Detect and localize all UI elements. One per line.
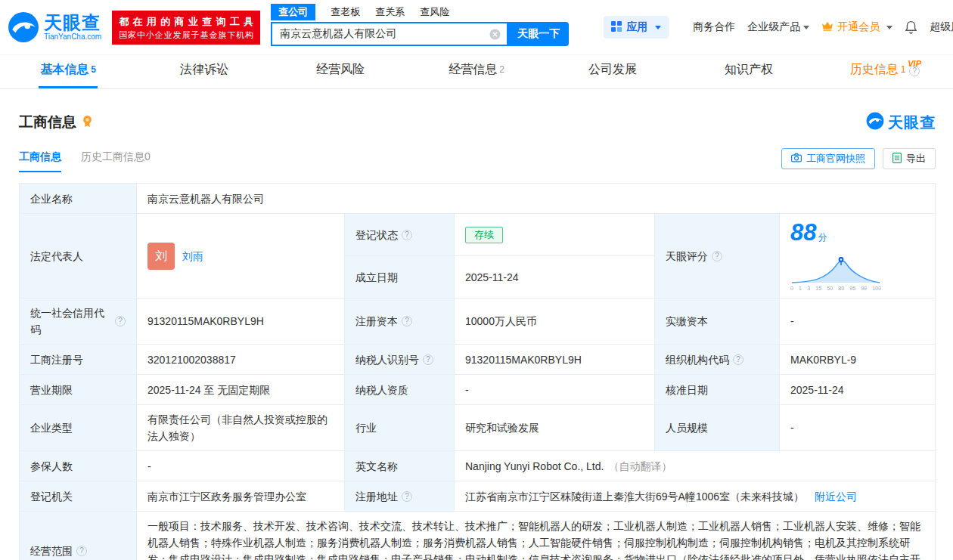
search-tab-risk[interactable]: 查风险 bbox=[420, 5, 449, 19]
promo-line-2: 国家中小企业发展子基金旗下机构 bbox=[119, 29, 253, 41]
reg-capital-value: 10000万人民币 bbox=[455, 299, 655, 345]
search-tab-company[interactable]: 查公司 bbox=[271, 4, 315, 20]
tab-intellectual-property[interactable]: 知识产权 bbox=[681, 55, 817, 88]
tianyancha-watermark: 天眼查 bbox=[866, 112, 936, 133]
nav-enterprise-products-label: 企业级产品 bbox=[747, 20, 800, 34]
company-type-label: 企业类型 bbox=[20, 405, 137, 451]
nav-open-vip[interactable]: 开通会员 bbox=[821, 20, 892, 34]
english-name-label: 英文名称 bbox=[345, 451, 455, 481]
search-tabs: 查公司 查老板 查关系 查风险 bbox=[271, 4, 576, 20]
chevron-down-icon bbox=[655, 26, 661, 29]
establish-date-label: 成立日期 bbox=[345, 256, 455, 299]
tab-basic-info[interactable]: 基本信息5 bbox=[0, 55, 136, 88]
export-button[interactable]: 导出 bbox=[883, 148, 936, 169]
help-icon[interactable] bbox=[402, 316, 412, 326]
search-tab-boss[interactable]: 查老板 bbox=[331, 5, 360, 19]
company-name-label: 企业名称 bbox=[20, 184, 137, 214]
reg-number-label: 工商注册号 bbox=[20, 345, 137, 375]
industry-value: 研究和试验发展 bbox=[455, 405, 655, 451]
header-nav: 应用 商务合作 企业级产品 开通会员 超级风控 bbox=[587, 16, 953, 39]
credit-code-value: 91320115MAK0RBYL9H bbox=[137, 299, 345, 345]
insured-count-value: - bbox=[137, 451, 345, 481]
nav-business-cooperation[interactable]: 商务合作 bbox=[693, 20, 735, 34]
apps-menu-label: 应用 bbox=[626, 20, 647, 34]
help-icon[interactable] bbox=[402, 491, 412, 502]
taxpayer-id-value: 91320115MAK0RBYL9H bbox=[455, 345, 655, 375]
business-term-value: 2025-11-24 至 无固定期限 bbox=[137, 375, 345, 405]
business-scope-value: 一般项目：技术服务、技术开发、技术咨询、技术交流、技术转让、技术推广；智能机器人… bbox=[137, 512, 936, 560]
credit-code-label: 统一社会信用代码 bbox=[20, 299, 137, 345]
status-badge: 存续 bbox=[465, 227, 503, 243]
search-input[interactable] bbox=[272, 28, 489, 40]
brand-domain: TianYanCha.com bbox=[44, 32, 101, 42]
paid-capital-value: - bbox=[780, 299, 936, 345]
help-icon[interactable] bbox=[402, 230, 412, 240]
search-tab-relation[interactable]: 查关系 bbox=[375, 5, 405, 19]
tianyancha-logo[interactable]: 天眼查 TianYanCha.com bbox=[8, 11, 101, 43]
tab-label: 经营信息 bbox=[449, 62, 497, 78]
chevron-down-icon bbox=[886, 26, 892, 29]
promo-line-1: 都在用的商业查询工具 bbox=[119, 14, 253, 29]
top-header: 天眼查 TianYanCha.com 都在用的商业查询工具 国家中小企业发展子基… bbox=[0, 0, 953, 54]
promo-badge: 都在用的商业查询工具 国家中小企业发展子基金旗下机构 bbox=[112, 11, 260, 45]
tab-count: 2 bbox=[499, 64, 504, 75]
brand-name: 天眼查 bbox=[44, 13, 101, 32]
help-icon[interactable] bbox=[712, 251, 722, 261]
legal-rep-label: 法定代表人 bbox=[20, 214, 137, 299]
subtab-business-info[interactable]: 工商信息 bbox=[19, 150, 61, 172]
watermark-text: 天眼查 bbox=[888, 113, 936, 133]
approval-date-label: 核准日期 bbox=[655, 375, 780, 405]
taxpayer-quality-label: 纳税人资质 bbox=[345, 375, 455, 405]
camera-icon bbox=[791, 153, 802, 165]
legal-rep-value: 刘 刘雨 bbox=[137, 214, 345, 299]
logo-text: 天眼查 TianYanCha.com bbox=[44, 13, 101, 42]
nav-open-vip-label: 开通会员 bbox=[837, 20, 880, 34]
notification-bell-icon[interactable] bbox=[905, 20, 917, 35]
tab-operational-risk[interactable]: 经营风险 bbox=[272, 55, 408, 88]
section-title: 工商信息 bbox=[19, 113, 76, 132]
tab-company-development[interactable]: 公司发展 bbox=[545, 55, 681, 88]
tab-label: 经营风险 bbox=[316, 62, 365, 78]
main-tab-bar: 基本信息5 法律诉讼 经营风险 经营信息2 公司发展 知识产权 VIP 历史信息… bbox=[0, 54, 953, 89]
business-term-label: 营业期限 bbox=[20, 375, 137, 405]
tyc-score-label: 天眼评分 bbox=[655, 214, 780, 299]
vip-badge: VIP bbox=[908, 59, 921, 68]
reg-status-label: 登记状态 bbox=[345, 214, 455, 256]
tab-legal-proceedings[interactable]: 法律诉讼 bbox=[136, 55, 272, 88]
help-icon[interactable] bbox=[115, 316, 126, 326]
watermark-logo-icon bbox=[866, 112, 884, 133]
subtab-history-count: 0 bbox=[144, 150, 151, 162]
legal-rep-avatar[interactable]: 刘 bbox=[147, 243, 175, 270]
company-type-value: 有限责任公司（非自然人投资或控股的法人独资） bbox=[137, 405, 345, 451]
export-button-label: 导出 bbox=[906, 152, 926, 166]
apps-grid-icon bbox=[611, 21, 622, 34]
snapshot-button-label: 工商官网快照 bbox=[806, 152, 865, 166]
org-code-value: MAK0RBYL-9 bbox=[780, 345, 936, 375]
search-button[interactable]: 天眼一下 bbox=[508, 22, 569, 46]
tab-history-info[interactable]: VIP 历史信息1 bbox=[817, 55, 953, 88]
business-scope-label: 经营范围 bbox=[20, 512, 137, 560]
org-code-label: 组织机构代码 bbox=[655, 345, 780, 375]
reg-number-value: 320121002038817 bbox=[137, 345, 345, 375]
reg-status-value: 存续 bbox=[455, 214, 655, 256]
nav-enterprise-products[interactable]: 企业级产品 bbox=[747, 20, 809, 34]
help-icon[interactable] bbox=[76, 546, 87, 556]
nav-super-risk[interactable]: 超级风控 bbox=[930, 20, 953, 34]
nearby-companies-link[interactable]: 附近公司 bbox=[815, 488, 857, 505]
clear-icon[interactable] bbox=[489, 29, 501, 40]
subtab-history-business-info[interactable]: 历史工商信息0 bbox=[81, 150, 151, 172]
taxpayer-quality-value: - bbox=[455, 375, 655, 405]
export-doc-icon bbox=[892, 153, 902, 166]
legal-rep-name-link[interactable]: 刘雨 bbox=[182, 248, 203, 265]
main-content: 工商信息 天眼查 工商信息 历史工商信息0 工商官网快照 bbox=[0, 112, 953, 560]
staff-size-value: - bbox=[780, 405, 936, 451]
snapshot-button[interactable]: 工商官网快照 bbox=[781, 148, 875, 169]
score-number: 88 bbox=[790, 220, 816, 246]
apps-menu-button[interactable]: 应用 bbox=[604, 16, 669, 39]
search-box bbox=[271, 22, 508, 46]
tab-business-info[interactable]: 经营信息2 bbox=[408, 55, 545, 88]
reg-address-label: 注册地址 bbox=[345, 481, 455, 512]
help-icon[interactable] bbox=[733, 354, 743, 365]
staff-size-label: 人员规模 bbox=[655, 405, 780, 451]
help-icon[interactable] bbox=[423, 354, 433, 365]
